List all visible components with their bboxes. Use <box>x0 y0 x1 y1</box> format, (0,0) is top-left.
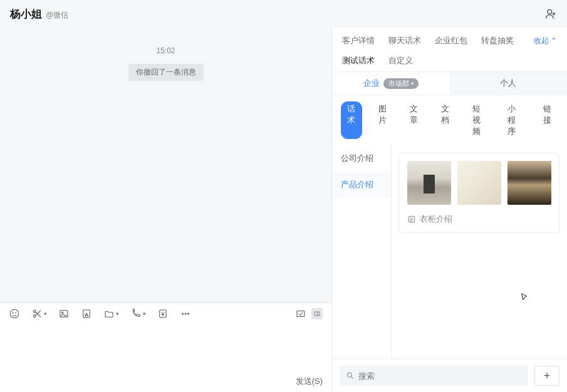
search-input[interactable] <box>358 371 522 381</box>
tab-chat-scripts[interactable]: 聊天话术 <box>388 35 421 46</box>
svg-point-1 <box>10 309 19 318</box>
search-box[interactable] <box>340 366 528 386</box>
svg-point-10 <box>185 313 186 314</box>
type-miniprogram[interactable]: 小程序 <box>501 101 527 139</box>
chat-pane: 15:02 你撤回了一条消息 ▾ ▾ ▾ <box>0 28 332 392</box>
tab-personal-label: 个人 <box>500 78 516 89</box>
owner-tabs: 企业 市场部 个人 <box>332 71 567 95</box>
type-image[interactable]: 图片 <box>372 101 393 139</box>
material-card[interactable]: 衣柜介绍 <box>399 153 559 233</box>
image-icon[interactable] <box>58 308 70 319</box>
svg-point-0 <box>548 9 552 14</box>
quickreply-icon[interactable] <box>295 308 306 319</box>
type-script[interactable]: 话术 <box>341 101 362 139</box>
tab-company-label: 企业 <box>363 78 380 89</box>
type-shortvideo[interactable]: 短视频 <box>466 101 492 139</box>
tab-customer-detail[interactable]: 客户详情 <box>342 35 375 46</box>
tab-personal[interactable]: 个人 <box>450 72 568 95</box>
svg-rect-13 <box>315 312 320 316</box>
tab-lottery[interactable]: 转盘抽奖 <box>481 35 514 46</box>
phone-tool[interactable]: ▾ <box>130 308 146 319</box>
header: 杨小姐 @微信 <box>0 0 567 28</box>
note-icon <box>407 215 416 224</box>
scissors-tool[interactable]: ▾ <box>31 308 47 319</box>
contact-name: 杨小姐 <box>10 7 42 21</box>
type-doc[interactable]: 文档 <box>435 101 456 139</box>
add-button[interactable]: + <box>534 366 559 386</box>
svg-point-4 <box>33 315 36 317</box>
card-area: 衣柜介绍 <box>392 145 567 359</box>
thumbnail-3 <box>507 161 551 205</box>
content-type-row: 话术 图片 文章 文档 短视频 小程序 链接 <box>332 95 567 145</box>
svg-point-3 <box>16 312 16 313</box>
doc-icon[interactable] <box>81 308 92 319</box>
send-button[interactable]: 发送(S) <box>296 376 323 386</box>
more-icon[interactable] <box>180 308 191 319</box>
search-icon <box>346 371 355 380</box>
tab-redpacket[interactable]: 企业红包 <box>435 35 467 46</box>
side-footer: + <box>332 359 567 392</box>
tab-test-scripts[interactable]: 测试话术 <box>342 55 375 66</box>
composer-toolbar: ▾ ▾ ▾ <box>0 303 331 323</box>
type-link[interactable]: 链接 <box>537 101 558 139</box>
redpacket-icon[interactable] <box>157 308 169 319</box>
cursor-icon <box>519 292 529 302</box>
thumbnail-2 <box>457 161 501 205</box>
svg-rect-12 <box>297 311 304 317</box>
svg-point-2 <box>13 312 13 313</box>
side-tabs-secondary: 测试话术 自定义 <box>332 49 567 71</box>
tab-custom[interactable]: 自定义 <box>388 55 413 66</box>
category-product-intro[interactable]: 产品介绍 <box>332 172 391 198</box>
card-note-text: 衣柜介绍 <box>420 214 452 225</box>
message-input[interactable] <box>0 323 331 373</box>
message-time: 15:02 <box>0 46 331 55</box>
svg-point-7 <box>62 312 63 313</box>
scissors-icon <box>31 308 43 319</box>
svg-point-5 <box>33 310 36 312</box>
svg-point-11 <box>188 313 189 314</box>
side-pane: 客户详情 聊天话术 企业红包 转盘抽奖 收起 ⌃ 测试话术 自定义 企业 市场部… <box>332 28 567 392</box>
add-contact-icon[interactable] <box>544 8 557 20</box>
phone-icon <box>130 308 142 319</box>
tab-company[interactable]: 企业 市场部 <box>332 72 450 95</box>
folder-icon <box>103 308 115 319</box>
category-list: 公司介绍 产品介绍 <box>332 145 392 359</box>
recall-notice: 你撤回了一条消息 <box>128 64 204 81</box>
type-article[interactable]: 文章 <box>403 101 425 139</box>
contact-source: @微信 <box>46 10 68 21</box>
panel-toggle-icon[interactable] <box>311 308 323 319</box>
collapse-link[interactable]: 收起 ⌃ <box>534 36 557 46</box>
side-tabs-primary: 客户详情 聊天话术 企业红包 转盘抽奖 收起 ⌃ <box>332 28 567 49</box>
svg-point-9 <box>182 313 184 314</box>
category-company-intro[interactable]: 公司介绍 <box>332 145 391 172</box>
thumbnail-1 <box>407 161 451 205</box>
messages-area: 15:02 你撤回了一条消息 <box>0 28 331 302</box>
composer: ▾ ▾ ▾ 发送(S) <box>0 302 331 392</box>
folder-tool[interactable]: ▾ <box>103 308 119 319</box>
emoji-icon[interactable] <box>9 308 20 319</box>
department-badge[interactable]: 市场部 <box>383 78 419 89</box>
svg-point-15 <box>347 373 351 377</box>
